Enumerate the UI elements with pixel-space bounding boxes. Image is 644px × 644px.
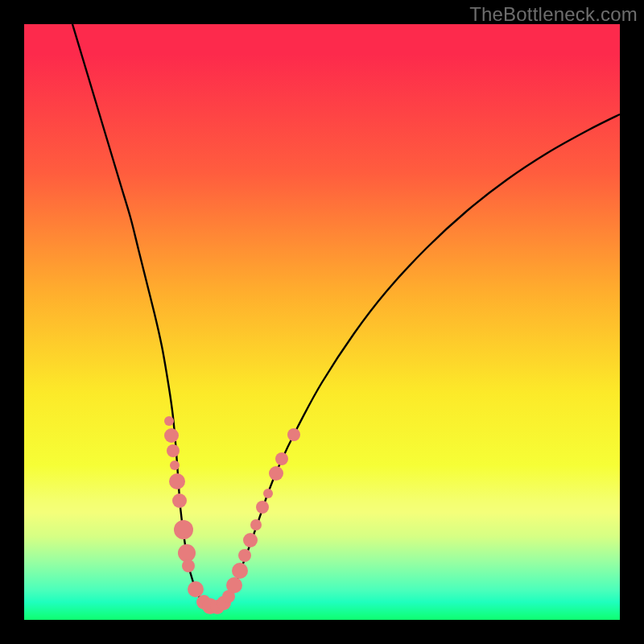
data-point [172, 493, 187, 508]
data-point [188, 581, 204, 597]
bottleneck-curve [72, 24, 620, 609]
scatter-points [164, 416, 300, 614]
data-point [170, 460, 180, 470]
data-point [269, 466, 283, 481]
data-point [250, 519, 262, 530]
data-point [164, 428, 179, 443]
data-point [263, 489, 273, 498]
data-point [275, 452, 288, 465]
data-point [243, 533, 258, 547]
data-point [232, 563, 248, 579]
data-point [174, 520, 193, 539]
data-point [164, 416, 174, 426]
data-point [287, 428, 300, 441]
data-point [178, 544, 196, 562]
data-point [256, 501, 269, 514]
data-point [169, 473, 185, 489]
data-point [226, 577, 242, 593]
data-point [182, 559, 195, 572]
data-point [238, 549, 251, 562]
data-point [167, 444, 180, 457]
chart-svg [24, 24, 620, 620]
watermark-text: TheBottleneck.com [469, 3, 638, 26]
chart-frame: TheBottleneck.com [0, 0, 644, 644]
